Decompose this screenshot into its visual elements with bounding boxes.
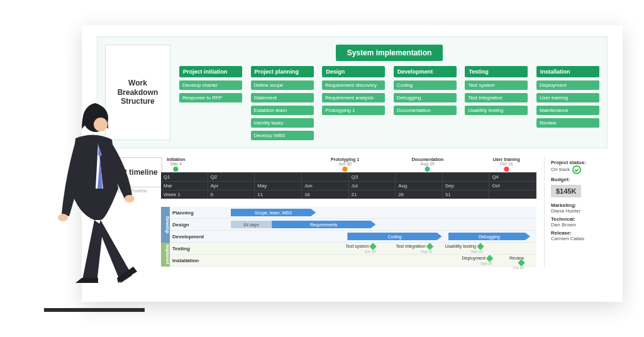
status-value: On track <box>551 165 608 174</box>
gantt-row: DevelopmentCodingDebugging <box>170 231 536 243</box>
gantt-milestone: Test integrationAug 11 <box>396 244 432 253</box>
scale-cell: Sep <box>443 182 490 190</box>
swimlane-label: Develop <box>161 207 170 243</box>
wbs-leaf: Review <box>536 118 599 128</box>
timeline-panel: Project timeline Made with Office Timeli… <box>97 157 608 267</box>
wbs-leaf: Test integration <box>465 93 528 102</box>
wbs-leaf: Coding <box>394 80 457 90</box>
gantt-milestone: Usability testingSep 21 <box>445 244 483 253</box>
gantt-row-label: Development <box>170 231 221 242</box>
swimlane-label: Implemnt <box>161 243 170 267</box>
wbs-leaf: Usability testing <box>465 106 528 115</box>
gantt-row-label: Installation <box>170 255 221 266</box>
scale-cell: Apr <box>208 182 255 190</box>
role-value: Diana Hunter <box>551 208 608 214</box>
wbs-leaf: User training <box>536 93 599 102</box>
scale-cell: Mar <box>161 182 208 190</box>
role-label: Marketing: <box>551 202 608 208</box>
budget-label: Budget: <box>551 177 608 182</box>
scale-cell: Jul <box>349 182 396 190</box>
budget-value: $145K <box>551 185 581 197</box>
wbs-branch: TestingTest systemTest integrationUsabil… <box>465 66 528 115</box>
gantt-row-label: Planning <box>170 207 221 218</box>
person-shadow <box>44 308 145 312</box>
role-value: Dan Brown <box>551 222 608 228</box>
wbs-leaf: Define scope <box>251 80 314 90</box>
scale-cell: 6 <box>208 191 255 199</box>
wbs-leaf: Deployment <box>536 80 599 90</box>
wbs-branch: DesignRequirement discoveryRequirement a… <box>322 66 385 115</box>
status-label: Project status: <box>551 160 608 165</box>
scale-cell: Oct <box>489 182 536 190</box>
wbs-branch-head: Project planning <box>251 66 314 77</box>
wbs-tree: System implementation Project initiation… <box>179 45 599 140</box>
gantt-bar: 64 days <box>231 221 272 228</box>
scale-cell: 16 <box>302 191 349 199</box>
scale-cell: 11 <box>255 191 302 199</box>
gantt-bar: Coding <box>347 233 441 240</box>
scale-cell: Aug <box>396 182 443 190</box>
svg-point-3 <box>125 195 135 202</box>
gantt-row-label: Testing <box>170 243 221 254</box>
gantt-row: Design64 daysRequirements <box>170 219 536 231</box>
scale-cell <box>443 173 490 181</box>
milestone: InitiationMar 4 <box>167 157 185 172</box>
wbs-branch: DevelopmentCodingDebuggingDocumentation <box>394 66 457 115</box>
gantt-milestone: ReviewOct 24 <box>509 256 524 270</box>
scale-cell: Q2 <box>208 173 255 181</box>
gantt-row-label: Design <box>170 219 221 230</box>
scale-cell: 26 <box>396 191 443 199</box>
wbs-leaf: Documentation <box>394 106 457 115</box>
scale-cell: May <box>255 182 302 190</box>
scale-cell: 31 <box>443 191 490 199</box>
wbs-leaf: Test system <box>465 80 528 90</box>
wbs-leaf: Debugging <box>394 93 457 102</box>
wbs-leaf: Requirement analysis <box>322 93 385 102</box>
gantt-row: TestingTest systemJun 30Test integration… <box>170 243 536 255</box>
wbs-branch: Project planningDefine scopeStatementEst… <box>251 66 314 140</box>
wbs-leaf: Requirement discovery <box>322 80 385 90</box>
wbs-leaf: Identify tasks <box>251 118 314 128</box>
milestone: DocumentationAug 25 <box>411 157 443 172</box>
wbs-branch: InstallationDeploymentUser trainingMaint… <box>536 66 599 128</box>
time-scale: Q1Q2Q3Q4 MarAprMayJunJulAugSepOct Week 1… <box>161 172 536 199</box>
role-label: Release: <box>551 230 608 236</box>
gantt-row: PlanningScope, team, WBS <box>170 207 536 219</box>
scale-cell <box>489 191 536 199</box>
scale-cell: Q1 <box>161 173 208 181</box>
milestone: Prototyping 1Jun 30 <box>331 157 359 172</box>
scale-cell: 21 <box>349 191 396 199</box>
scale-cell <box>396 173 443 181</box>
scale-cell <box>302 173 349 181</box>
gantt-bar: Requirements <box>272 221 375 228</box>
wbs-leaf: Develop charter <box>179 80 242 90</box>
person-illustration <box>38 94 151 308</box>
wbs-leaf: Establish team <box>251 106 314 115</box>
gantt-bar: Debugging <box>448 233 530 240</box>
scale-cell: Jun <box>302 182 349 190</box>
wbs-panel: Work Breakdown Structure System implemen… <box>97 36 608 148</box>
wbs-branch-head: Design <box>322 66 385 77</box>
milestone: User trainingOct 16 <box>493 157 520 172</box>
scale-cell: Q4 <box>489 173 536 181</box>
gantt-row: InstallationDeploymentSep 30ReviewOct 24 <box>170 255 536 267</box>
svg-point-2 <box>58 214 68 221</box>
wbs-leaf: Statement <box>251 93 314 102</box>
wbs-branch-head: Project initiation <box>179 66 242 77</box>
wbs-root: System implementation <box>336 45 443 61</box>
gantt-milestone: Test systemJun 30 <box>346 244 376 253</box>
wbs-leaf: Develop WBS <box>251 131 314 140</box>
side-panel: Project status: On track Budget: $145K M… <box>544 157 608 267</box>
gantt-milestone: DeploymentSep 30 <box>462 256 492 265</box>
scale-cell <box>255 173 302 181</box>
wbs-branch-head: Installation <box>536 66 599 77</box>
scale-cell: Week 1 <box>161 191 208 199</box>
wbs-leaf: Response to RFP <box>179 93 242 102</box>
project-card: Work Breakdown Structure System implemen… <box>82 25 623 302</box>
scale-cell: Q3 <box>349 173 396 181</box>
svg-point-1 <box>94 118 108 131</box>
wbs-branch-head: Development <box>394 66 457 77</box>
wbs-leaf: Prototyping 1 <box>322 106 385 115</box>
check-icon <box>572 165 581 174</box>
role-value: Carmen Callas <box>551 236 608 241</box>
